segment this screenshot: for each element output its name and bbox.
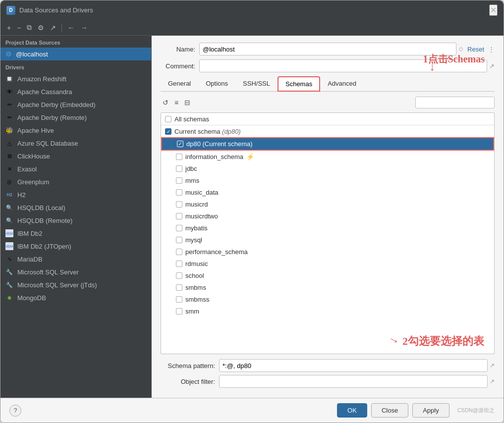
driver-item-ibm-db2[interactable]: IBM IBM Db2 bbox=[0, 227, 151, 240]
project-item-localhost[interactable]: ⚙ @localhost bbox=[0, 48, 151, 60]
mms-checkbox[interactable] bbox=[176, 177, 182, 184]
schema-item-music-data[interactable]: music_data bbox=[161, 186, 494, 198]
schema-item-mybatis[interactable]: mybatis bbox=[161, 222, 494, 234]
driver-item-apache-cassandra[interactable]: 👁 Apache Cassandra bbox=[0, 85, 151, 98]
comment-input[interactable] bbox=[199, 59, 487, 72]
driver-item-ibm-db2-jtopen[interactable]: IBM IBM Db2 (JTOpen) bbox=[0, 240, 151, 253]
schema-pattern-expand[interactable]: ↗ bbox=[490, 362, 495, 369]
remove-button[interactable]: − bbox=[14, 22, 23, 33]
driver-item-exasol[interactable]: ✕ Exasol bbox=[0, 162, 151, 175]
driver-item-mssql[interactable]: 🔧 Microsoft SQL Server bbox=[0, 265, 151, 278]
schema-pattern-input[interactable] bbox=[219, 359, 488, 372]
schema-item-musicrdtwo[interactable]: musicrdtwo bbox=[161, 210, 494, 222]
mms-label: mms bbox=[185, 177, 199, 184]
close-button[interactable]: ✕ bbox=[489, 4, 498, 16]
tab-schemas[interactable]: Schemas bbox=[278, 76, 320, 92]
driver-item-clickhouse[interactable]: ⊞ ClickHouse bbox=[0, 150, 151, 162]
schema-item-musicrd[interactable]: musicrd bbox=[161, 198, 494, 210]
current-schema-label: Current schema (dp80) bbox=[174, 128, 241, 135]
dp80-label: dp80 (Current schema) bbox=[186, 140, 253, 148]
add-button[interactable]: + bbox=[4, 22, 13, 33]
export-button[interactable]: ↗ bbox=[48, 22, 58, 33]
mysql-checkbox[interactable] bbox=[176, 237, 182, 243]
mssql-jtds-icon: 🔧 bbox=[5, 281, 13, 289]
schema-item-all[interactable]: All schemas bbox=[161, 113, 494, 125]
driver-item-hsqldb-remote[interactable]: 🔍 HSQLDB (Remote) bbox=[0, 214, 151, 227]
driver-item-apache-derby-remote[interactable]: ✏ Apache Derby (Remote) bbox=[0, 111, 151, 124]
name-input[interactable] bbox=[199, 43, 456, 55]
footer: ? OK Close Apply CSDN@游坦之 bbox=[0, 398, 504, 423]
schemas-filter-button[interactable]: ⊟ bbox=[182, 98, 192, 107]
schema-item-smm[interactable]: smm bbox=[161, 305, 494, 317]
ok-button[interactable]: OK bbox=[337, 403, 367, 418]
tab-ssh-ssl[interactable]: SSH/SSL bbox=[235, 76, 278, 92]
mariadb-icon: ∿ bbox=[5, 255, 13, 263]
copy-button[interactable]: ⧉ bbox=[24, 22, 34, 33]
driver-item-apache-hive[interactable]: 🐝 Apache Hive bbox=[0, 124, 151, 137]
object-filter-input[interactable] bbox=[219, 375, 488, 388]
smbms-checkbox[interactable] bbox=[176, 284, 182, 291]
rdmusic-checkbox[interactable] bbox=[176, 261, 182, 267]
apply-button[interactable]: Apply bbox=[412, 403, 449, 418]
all-schemas-checkbox[interactable] bbox=[165, 116, 171, 122]
mybatis-checkbox[interactable] bbox=[176, 225, 182, 231]
schema-item-dp80[interactable]: ✓ dp80 (Current schema) bbox=[161, 137, 494, 151]
musicrdtwo-checkbox[interactable] bbox=[176, 213, 182, 219]
schema-item-school[interactable]: school bbox=[161, 269, 494, 281]
schema-item-smbms[interactable]: smbms bbox=[161, 281, 494, 293]
schema-item-current[interactable]: ✓ Current schema (dp80) bbox=[161, 125, 494, 137]
tab-advanced[interactable]: Advanced bbox=[320, 76, 364, 92]
tab-general[interactable]: General bbox=[161, 76, 198, 92]
title-bar: D Data Sources and Drivers ✕ bbox=[0, 0, 504, 20]
smm-checkbox[interactable] bbox=[176, 308, 182, 315]
driver-item-mongodb[interactable]: ● MongoDB bbox=[0, 291, 151, 304]
driver-item-amazon-redshift[interactable]: 🔲 Amazon Redshift bbox=[0, 72, 151, 85]
main-dialog: D Data Sources and Drivers ✕ + − ⧉ ⚙ ↗ ←… bbox=[0, 0, 504, 423]
more-options[interactable]: ⋮ bbox=[488, 46, 495, 53]
mysql-label: mysql bbox=[185, 236, 202, 244]
musicrd-label: musicrd bbox=[185, 201, 208, 208]
forward-button[interactable]: → bbox=[78, 22, 90, 33]
driver-item-hsqldb-local[interactable]: 🔍 HSQLDB (Local) bbox=[0, 201, 151, 214]
name-reset-circle[interactable]: ○ bbox=[458, 45, 463, 53]
schema-item-smbmss[interactable]: smbmss bbox=[161, 293, 494, 305]
current-schema-checkbox[interactable]: ✓ bbox=[165, 128, 171, 135]
help-button[interactable]: ? bbox=[9, 405, 21, 417]
performance-schema-checkbox[interactable] bbox=[176, 249, 182, 255]
close-footer-button[interactable]: Close bbox=[371, 403, 408, 418]
driver-item-greenplum[interactable]: ◎ Greenplum bbox=[0, 175, 151, 188]
musicrd-checkbox[interactable] bbox=[176, 201, 182, 208]
driver-item-mssql-jtds[interactable]: 🔧 Microsoft SQL Server (jTds) bbox=[0, 278, 151, 291]
driver-item-azure-sql[interactable]: △ Azure SQL Database bbox=[0, 137, 151, 150]
apache-hive-icon: 🐝 bbox=[5, 126, 13, 134]
settings-button[interactable]: ⚙ bbox=[35, 22, 47, 33]
driver-item-h2[interactable]: H2 H2 bbox=[0, 188, 151, 201]
music-data-checkbox[interactable] bbox=[176, 189, 182, 196]
schema-item-mms[interactable]: mms bbox=[161, 174, 494, 186]
comment-expand[interactable]: ↗ bbox=[489, 62, 495, 70]
school-checkbox[interactable] bbox=[176, 272, 182, 279]
schema-item-information-schema[interactable]: information_schema ⚡ bbox=[161, 151, 494, 162]
driver-item-apache-derby-embedded[interactable]: ✏ Apache Derby (Embedded) bbox=[0, 98, 151, 111]
tab-options[interactable]: Options bbox=[198, 76, 235, 92]
schema-item-performance-schema[interactable]: performance_schema bbox=[161, 246, 494, 258]
jdbc-checkbox[interactable] bbox=[176, 165, 182, 172]
jdbc-label: jdbc bbox=[185, 165, 197, 172]
object-filter-label: Object filter: bbox=[161, 378, 215, 385]
schemas-refresh-button[interactable]: ↺ bbox=[161, 98, 170, 107]
schemas-expand-button[interactable]: ≡ bbox=[172, 98, 180, 107]
schema-item-mysql[interactable]: mysql bbox=[161, 234, 494, 246]
dp80-checkbox[interactable]: ✓ bbox=[177, 141, 183, 147]
driver-item-mariadb[interactable]: ∿ MariaDB bbox=[0, 253, 151, 265]
ibm-db2-jtopen-icon: IBM bbox=[5, 242, 13, 250]
schema-pattern-input-group: ↗ bbox=[219, 359, 495, 372]
information-schema-checkbox[interactable] bbox=[176, 154, 182, 160]
schema-item-jdbc[interactable]: jdbc bbox=[161, 162, 494, 174]
apache-derby-remote-icon: ✏ bbox=[5, 113, 13, 121]
schemas-search-input[interactable] bbox=[415, 97, 495, 108]
smbmss-checkbox[interactable] bbox=[176, 296, 182, 303]
reset-link[interactable]: Reset bbox=[467, 46, 484, 53]
back-button[interactable]: ← bbox=[65, 22, 77, 33]
schema-item-rdmusic[interactable]: rdmusic bbox=[161, 258, 494, 269]
object-filter-expand[interactable]: ↗ bbox=[490, 378, 495, 385]
